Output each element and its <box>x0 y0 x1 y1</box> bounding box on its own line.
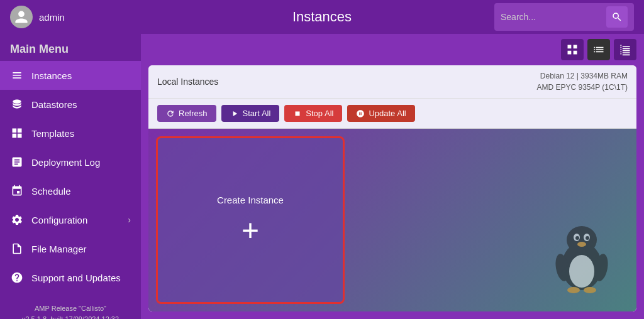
view-grid-button[interactable] <box>561 39 584 60</box>
refresh-button[interactable]: Refresh <box>157 105 216 122</box>
sidebar-item-instances[interactable]: Instances <box>0 61 141 90</box>
svg-point-5 <box>575 236 579 240</box>
sidebar: Main Menu Instances Datastores Templates… <box>0 34 141 319</box>
file-icon <box>10 242 24 256</box>
search-button[interactable] <box>606 6 628 28</box>
templates-icon <box>10 126 24 140</box>
support-icon <box>10 271 24 284</box>
sidebar-item-label: File Manager <box>31 244 87 254</box>
username-label: admin <box>39 12 65 23</box>
svg-point-1 <box>569 255 594 288</box>
sidebar-item-label: Support and Updates <box>31 273 121 283</box>
search-input[interactable] <box>501 12 601 22</box>
system-info-line2: AMD EPYC 9354P (1C\1T) <box>537 82 628 93</box>
sidebar-item-deployment-log[interactable]: Deployment Log <box>0 148 141 176</box>
sidebar-item-label: Schedule <box>31 186 71 197</box>
view-compact-button[interactable] <box>614 39 636 60</box>
version-info: AMP Release "Callisto" v2.5.1.8, built 1… <box>10 298 131 319</box>
avatar[interactable] <box>10 6 33 28</box>
sidebar-item-templates[interactable]: Templates <box>0 119 141 148</box>
deployment-icon <box>10 155 24 169</box>
svg-point-2 <box>567 226 597 254</box>
sidebar-item-schedule[interactable]: Schedule <box>0 176 141 205</box>
create-instance-label: Create Instance <box>217 195 284 205</box>
instances-icon <box>10 68 24 82</box>
update-all-button[interactable]: Update All <box>347 105 414 122</box>
system-info: Debian 12 | 3934MB RAM AMD EPYC 9354P (1… <box>537 70 628 93</box>
create-instance-card[interactable]: Create Instance + <box>156 136 345 304</box>
instances-grid: Create Instance + <box>148 129 636 311</box>
view-buttons <box>561 39 636 60</box>
sidebar-item-support[interactable]: Support and Updates <box>0 263 141 292</box>
sidebar-item-label: Templates <box>31 128 74 139</box>
stop-all-button[interactable]: Stop All <box>284 105 342 122</box>
svg-point-7 <box>577 242 586 247</box>
system-info-line1: Debian 12 | 3934MB RAM <box>537 70 628 82</box>
search-bar <box>494 3 634 31</box>
sidebar-item-datastores[interactable]: Datastores <box>0 90 141 119</box>
sidebar-item-configuration[interactable]: Configuration › <box>0 205 141 234</box>
toolbar <box>141 34 644 65</box>
chevron-right-icon: › <box>128 215 131 225</box>
sidebar-item-label: Instances <box>31 70 72 81</box>
datastores-icon <box>10 97 24 111</box>
header: admin Instances <box>0 0 644 34</box>
sidebar-item-file-manager[interactable]: File Manager <box>0 234 141 263</box>
sidebar-item-label: Datastores <box>31 99 77 110</box>
instances-panel-header: Local Instances Debian 12 | 3934MB RAM A… <box>148 65 636 99</box>
sidebar-item-label: Deployment Log <box>31 157 100 168</box>
create-instance-plus-icon: + <box>242 215 259 246</box>
panel-buttons: Refresh Start All Stop All Update All <box>148 99 636 129</box>
sidebar-bottom: AMP Release "Callisto" v2.5.1.8, built 1… <box>0 292 141 319</box>
start-all-button[interactable]: Start All <box>221 105 280 122</box>
tux-mascot <box>547 216 616 298</box>
config-icon <box>10 213 24 227</box>
svg-point-6 <box>586 236 589 240</box>
main-menu-label: Main Menu <box>0 34 141 61</box>
panel-title: Local Instances <box>157 77 218 87</box>
instances-panel: Local Instances Debian 12 | 3934MB RAM A… <box>148 65 636 311</box>
svg-point-8 <box>567 287 580 293</box>
svg-point-9 <box>584 287 596 293</box>
view-list-button[interactable] <box>587 39 610 60</box>
sidebar-item-label: Configuration <box>31 215 87 225</box>
schedule-icon <box>10 184 24 198</box>
main-content: Local Instances Debian 12 | 3934MB RAM A… <box>141 34 644 319</box>
linux-mascot-area <box>352 136 629 304</box>
page-title: Instances <box>292 9 352 25</box>
body: Main Menu Instances Datastores Templates… <box>0 34 644 319</box>
